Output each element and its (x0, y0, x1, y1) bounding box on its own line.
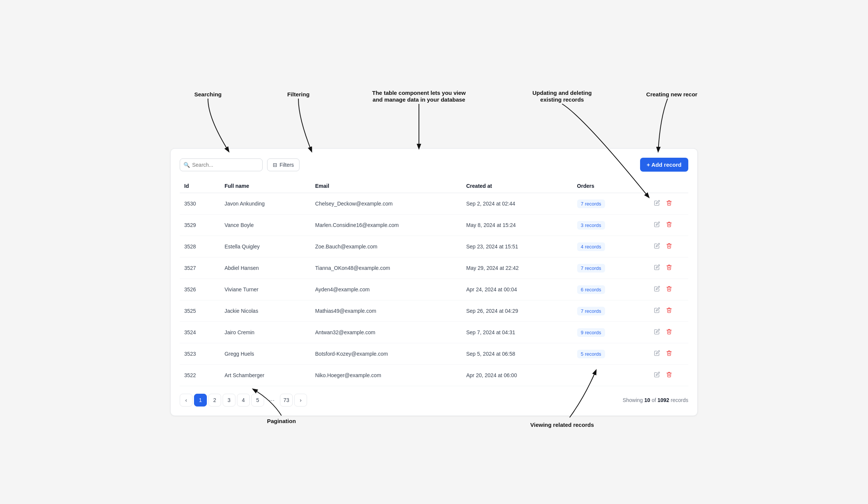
svg-text:Filtering: Filtering (287, 91, 309, 97)
add-record-label: + Add record (647, 161, 682, 168)
cell-orders[interactable]: 7 records (573, 193, 648, 215)
edit-button[interactable] (653, 370, 662, 381)
action-buttons (653, 198, 684, 209)
cell-actions (648, 193, 688, 215)
page-button-73[interactable]: 73 (280, 394, 293, 407)
cell-created: May 29, 2024 at 22:42 (462, 257, 573, 279)
table-row: 3524Jairo CreminAntwan32@example.comSep … (180, 322, 688, 343)
table-row: 3528Estella QuigleyZoe.Bauch@example.com… (180, 236, 688, 257)
cell-id: 3526 (180, 279, 220, 300)
cell-created: Sep 7, 2024 at 04:31 (462, 322, 573, 343)
cell-email: Marlen.Considine16@example.com (311, 215, 462, 236)
svg-text:Creating new records: Creating new records (646, 91, 698, 97)
filter-icon: ⊟ (273, 162, 277, 168)
search-input[interactable] (180, 158, 263, 171)
prev-page-button[interactable]: ‹ (180, 394, 193, 407)
cell-orders[interactable]: 9 records (573, 322, 648, 343)
cell-created: Apr 24, 2024 at 00:04 (462, 279, 573, 300)
delete-button[interactable] (665, 284, 674, 295)
cell-name: Javon Ankunding (220, 193, 311, 215)
cell-orders[interactable]: 7 records (573, 257, 648, 279)
delete-button[interactable] (665, 327, 674, 338)
col-header-email: Email (311, 179, 462, 193)
cell-email: Chelsey_Deckow@example.com (311, 193, 462, 215)
table-row: 3523Gregg HuelsBotsford-Kozey@example.co… (180, 343, 688, 365)
action-buttons (653, 263, 684, 273)
page-button-3[interactable]: 3 (223, 394, 235, 407)
cell-orders[interactable]: 4 records (573, 236, 648, 257)
action-buttons (653, 327, 684, 338)
cell-email: Niko.Hoeger@example.com (311, 365, 462, 386)
edit-button[interactable] (653, 263, 662, 273)
edit-button[interactable] (653, 349, 662, 359)
delete-button[interactable] (665, 349, 674, 359)
delete-button[interactable] (665, 306, 674, 316)
delete-button[interactable] (665, 198, 674, 209)
cell-actions (648, 279, 688, 300)
records-badge[interactable]: 3 records (577, 221, 605, 230)
table-row: 3526Viviane TurnerAyden4@example.comApr … (180, 279, 688, 300)
cell-email: Ayden4@example.com (311, 279, 462, 300)
filter-button[interactable]: ⊟ Filters (267, 158, 300, 171)
cell-id: 3529 (180, 215, 220, 236)
edit-button[interactable] (653, 241, 662, 252)
edit-button[interactable] (653, 327, 662, 338)
cell-actions (648, 236, 688, 257)
cell-id: 3530 (180, 193, 220, 215)
edit-button[interactable] (653, 306, 662, 316)
showing-total: 1092 (657, 397, 669, 403)
edit-button[interactable] (653, 198, 662, 209)
action-buttons (653, 220, 684, 230)
search-icon: 🔍 (183, 162, 190, 168)
edit-button[interactable] (653, 220, 662, 230)
cell-orders[interactable]: 6 records (573, 279, 648, 300)
cell-orders[interactable]: 3 records (573, 215, 648, 236)
svg-text:Updating and deleting: Updating and deleting (532, 90, 592, 96)
cell-name: Viviane Turner (220, 279, 311, 300)
cell-email: Tianna_OKon48@example.com (311, 257, 462, 279)
action-buttons (653, 241, 684, 252)
records-badge[interactable]: 7 records (577, 264, 605, 273)
col-header-name: Full name (220, 179, 311, 193)
records-badge[interactable]: 5 records (577, 350, 605, 358)
records-badge[interactable]: 7 records (577, 307, 605, 315)
delete-button[interactable] (665, 263, 674, 273)
cell-actions (648, 343, 688, 365)
cell-created: Sep 2, 2024 at 02:44 (462, 193, 573, 215)
edit-button[interactable] (653, 284, 662, 295)
cell-email: Zoe.Bauch@example.com (311, 236, 462, 257)
page-button-5[interactable]: 5 (251, 394, 264, 407)
svg-text:and manage data in your databa: and manage data in your database (373, 96, 465, 103)
cell-actions (648, 322, 688, 343)
cell-actions (648, 215, 688, 236)
table-body: 3530Javon AnkundingChelsey_Deckow@exampl… (180, 193, 688, 386)
cell-id: 3525 (180, 300, 220, 322)
records-badge[interactable]: 7 records (577, 199, 605, 208)
add-record-button[interactable]: + Add record (640, 158, 688, 172)
page-button-2[interactable]: 2 (208, 394, 221, 407)
cell-actions (648, 365, 688, 386)
cell-name: Art Schamberger (220, 365, 311, 386)
delete-button[interactable] (665, 370, 674, 381)
col-header-orders: Orders (573, 179, 648, 193)
cell-created: Sep 26, 2024 at 04:29 (462, 300, 573, 322)
showing-count: 10 (644, 397, 650, 403)
next-page-button[interactable]: › (294, 394, 307, 407)
cell-orders[interactable]: 7 records (573, 300, 648, 322)
svg-text:Searching: Searching (194, 91, 222, 97)
cell-name: Vance Boyle (220, 215, 311, 236)
cell-orders[interactable]: 5 records (573, 343, 648, 365)
cell-id: 3522 (180, 365, 220, 386)
cell-orders[interactable] (573, 365, 648, 386)
table-card: 🔍 ⊟ Filters + Add record Id Full name Em… (170, 148, 698, 416)
svg-text:existing records: existing records (540, 96, 584, 103)
delete-button[interactable] (665, 241, 674, 252)
records-badge[interactable]: 9 records (577, 328, 605, 337)
records-badge[interactable]: 4 records (577, 242, 605, 251)
records-badge[interactable]: 6 records (577, 285, 605, 294)
page-button-1[interactable]: 1 (194, 394, 207, 407)
page-button-4[interactable]: 4 (237, 394, 250, 407)
page-ellipsis: ··· (266, 394, 278, 407)
delete-button[interactable] (665, 220, 674, 230)
header-row: Id Full name Email Created at Orders (180, 179, 688, 193)
